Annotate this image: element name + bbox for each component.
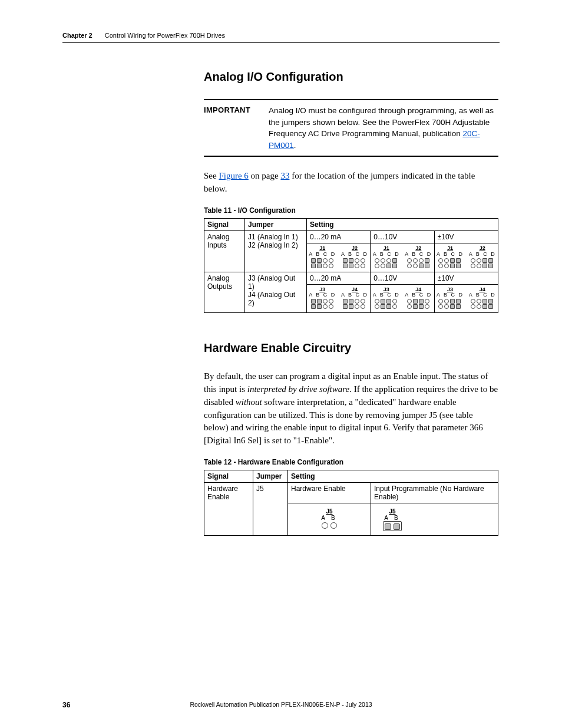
jletters: A B C D bbox=[469, 252, 496, 258]
important-text-post: . bbox=[294, 141, 296, 150]
hardware-enable-paragraph: By default, the user can program a digit… bbox=[204, 370, 498, 447]
th-signal-hw: Signal bbox=[204, 470, 253, 482]
cell-hw-opt2: Input Programmable (No Hardware Enable) bbox=[371, 482, 498, 503]
link-figure-6[interactable]: Figure 6 bbox=[219, 171, 248, 180]
j5-letters: A B bbox=[383, 515, 402, 521]
page-number: 36 bbox=[62, 701, 70, 709]
setting-0-20ma-out: 0…20 mA bbox=[307, 272, 371, 284]
jletters: A B C D bbox=[437, 292, 464, 298]
jletters: A B C D bbox=[405, 252, 432, 258]
link-page-33[interactable]: 33 bbox=[280, 171, 289, 180]
jletters: A B C D bbox=[373, 252, 400, 258]
analog-outputs-label: Analog Outputs bbox=[207, 274, 232, 291]
output-jumpers-text: J3 (Analog Out 1) J4 (Analog Out 2) bbox=[248, 274, 295, 307]
j5-letters: A B bbox=[289, 515, 369, 521]
jletters: A B C D bbox=[437, 252, 464, 258]
see-figure-mid: on page bbox=[249, 171, 281, 180]
diagram-j5-installed: J5 A B bbox=[371, 503, 498, 535]
jletters: A B C D bbox=[341, 292, 368, 298]
setting-pm10v: ±10V bbox=[434, 230, 498, 243]
cell-analog-inputs: Analog Inputs bbox=[204, 230, 245, 272]
th-setting-hw: Setting bbox=[288, 470, 498, 482]
important-text-pre: Analog I/O must be configured through pr… bbox=[269, 106, 494, 138]
running-header: Chapter 2 Control Wiring for PowerFlex 7… bbox=[62, 32, 500, 43]
see-figure-pre: See bbox=[204, 171, 219, 180]
cell-analog-outputs: Analog Outputs bbox=[204, 272, 245, 313]
setting-pm10v-out: ±10V bbox=[434, 272, 498, 284]
page-footer: 36 Rockwell Automation Publication PFLEX… bbox=[0, 701, 562, 708]
setting-0-10v-out: 0…10V bbox=[371, 272, 434, 284]
chapter-label: Chapter 2 bbox=[62, 32, 92, 39]
input-jumpers-text: J1 (Analog In 1) J2 (Analog In 2) bbox=[248, 233, 298, 249]
cell-input-jumpers: J1 (Analog In 1) J2 (Analog In 2) bbox=[245, 230, 307, 272]
th-jumper-hw: Jumper bbox=[253, 470, 288, 482]
important-text: Analog I/O must be configured through pr… bbox=[269, 105, 498, 151]
heading-hardware-enable: Hardware Enable Circuitry bbox=[204, 341, 498, 355]
jletters: A B C D bbox=[309, 252, 336, 258]
diagram-out-pm10v: J3A B C D J4A B C D bbox=[434, 284, 498, 313]
section-label: Control Wiring for PowerFlex 700H Drives bbox=[105, 32, 225, 39]
see-figure-paragraph: See Figure 6 on page 33 for the location… bbox=[204, 170, 498, 196]
table-io-configuration: Signal Jumper Setting Analog Inputs J1 (… bbox=[204, 218, 498, 314]
j5-label: J5 bbox=[383, 508, 402, 515]
th-jumper: Jumper bbox=[245, 218, 307, 230]
th-setting: Setting bbox=[307, 218, 498, 230]
jletters: A B C D bbox=[469, 292, 496, 298]
setting-0-20ma: 0…20 mA bbox=[307, 230, 371, 243]
important-label: IMPORTANT bbox=[204, 105, 256, 151]
diagram-out-0-10v: J3A B C D J4A B C D bbox=[371, 284, 434, 313]
th-signal: Signal bbox=[204, 218, 245, 230]
table11-title: Table 11 - I/O Configuration bbox=[204, 206, 498, 215]
heading-analog-io: Analog I/O Configuration bbox=[204, 70, 498, 84]
analog-inputs-label: Analog Inputs bbox=[207, 233, 229, 249]
important-callout: IMPORTANT Analog I/O must be configured … bbox=[204, 99, 498, 157]
jletters: A B C D bbox=[373, 292, 400, 298]
j5-label: J5 bbox=[289, 508, 369, 515]
table-hardware-enable: Signal Jumper Setting Hardware Enable J5… bbox=[204, 470, 498, 536]
diagram-in-0-20ma: J1A B C D J2A B C D bbox=[307, 243, 371, 272]
table12-title: Table 12 - Hardware Enable Configuration bbox=[204, 458, 498, 466]
jletters: A B C D bbox=[405, 292, 432, 298]
diagram-j5-removed: J5 A B bbox=[288, 503, 371, 535]
cell-output-jumpers: J3 (Analog Out 1) J4 (Analog Out 2) bbox=[245, 272, 307, 313]
cell-hw-opt1: Hardware Enable bbox=[288, 482, 371, 503]
setting-0-10v: 0…10V bbox=[371, 230, 434, 243]
jletters: A B C D bbox=[309, 292, 336, 298]
cell-hw-jumper: J5 bbox=[253, 482, 288, 535]
cell-hw-signal: Hardware Enable bbox=[204, 482, 253, 535]
publication-line: Rockwell Automation Publication PFLEX-IN… bbox=[0, 701, 562, 708]
diagram-in-pm10v: J1A B C D J2A B C D bbox=[434, 243, 498, 272]
jletters: A B C D bbox=[341, 252, 368, 258]
diagram-in-0-10v: J1A B C D J2A B C D bbox=[371, 243, 434, 272]
diagram-out-0-20ma: J3A B C D J4A B C D bbox=[307, 284, 371, 313]
